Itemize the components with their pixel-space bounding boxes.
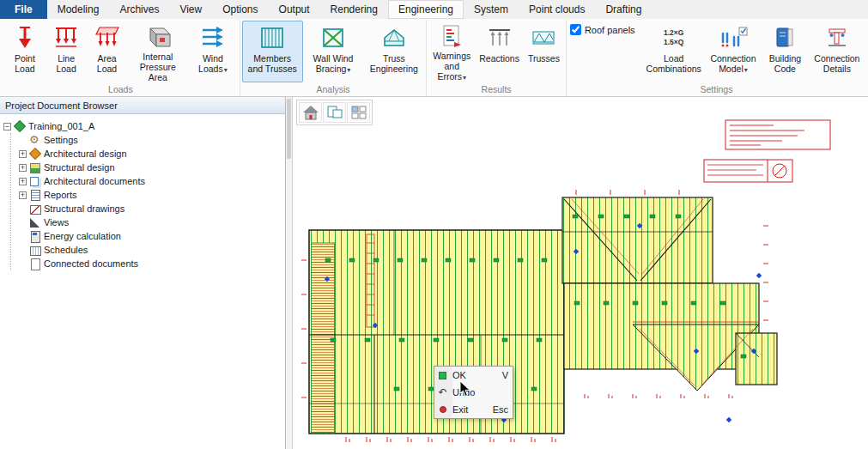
tab-drafting[interactable]: Drafting — [595, 0, 652, 19]
tree-item-reports[interactable]: + Reports — [19, 188, 285, 202]
tab-engineering[interactable]: Engineering — [388, 0, 464, 19]
tree-item-schedules[interactable]: Schedules — [19, 243, 285, 257]
warnings-and-errors-icon — [440, 24, 463, 49]
structural-design-icon — [29, 162, 41, 173]
trusses-button[interactable]: Trusses — [524, 21, 564, 82]
ribbon-group-analysis: Members and Trusses Wall Wind Bracing▾ T… — [240, 20, 427, 96]
project-icon — [14, 121, 26, 132]
connection-model-icon — [718, 24, 749, 52]
scrollbar-thumb[interactable] — [287, 99, 291, 159]
home-view-button[interactable] — [299, 102, 322, 123]
load-combinations-icon: 1.2×G 1.5×Q — [664, 24, 683, 52]
line-load-icon — [53, 24, 79, 52]
point-load-icon — [15, 24, 35, 52]
members-and-trusses-button[interactable]: Members and Trusses — [242, 21, 303, 82]
reactions-icon — [487, 24, 513, 52]
truss-engineering-button[interactable]: Truss Engineering — [363, 21, 424, 82]
ribbon-group-results: Warnings and Errors▾ Reactions Trusses R… — [427, 20, 567, 96]
views-icon — [29, 217, 41, 228]
label-annotation-box — [704, 160, 792, 182]
tab-modeling[interactable]: Modeling — [47, 0, 110, 19]
tree-item-connected-documents[interactable]: Connected documents — [19, 257, 285, 270]
sidebar-scrollbar[interactable] — [286, 97, 293, 449]
drawing-canvas[interactable]: OK V ↶ Undo Exit Esc — [293, 97, 868, 449]
tab-rendering[interactable]: Rendering — [320, 0, 388, 19]
context-menu-item-exit[interactable]: Exit Esc — [434, 401, 513, 418]
context-menu-item-ok[interactable]: OK V — [434, 367, 513, 384]
floor-plan-drawing[interactable] — [293, 97, 868, 449]
tree-item-views[interactable]: Views — [19, 215, 285, 229]
roof-panels-checkbox[interactable] — [570, 24, 581, 35]
energy-calculation-icon — [29, 231, 41, 242]
tree-item-structural-drawings[interactable]: Structural drawings — [19, 202, 285, 215]
schedules-icon — [29, 245, 41, 256]
tab-view[interactable]: View — [169, 0, 212, 19]
trusses-icon — [532, 24, 555, 52]
ok-icon — [437, 372, 448, 379]
menu-tab-bar: File Modeling Archives View Options Outp… — [0, 0, 868, 19]
documents-icon — [29, 176, 41, 187]
members-and-trusses-icon — [259, 24, 285, 52]
grid-icon — [350, 105, 367, 120]
document-icon — [29, 258, 41, 270]
line-load-button[interactable]: Line Load — [46, 21, 87, 82]
ribbon-group-loads: Point Load Line Load Area Load Internal … — [2, 20, 240, 96]
tree-item-root[interactable]: − Training_001_A — [3, 119, 285, 133]
roof-panels-checkbox-row[interactable]: Roof panels — [570, 24, 635, 35]
ribbon-group-label: Results — [428, 83, 564, 96]
wind-loads-icon — [200, 24, 226, 52]
connection-model-button[interactable]: Connection Model▾ — [706, 21, 761, 82]
architectural-design-icon — [29, 149, 41, 160]
tab-point-clouds[interactable]: Point clouds — [519, 0, 595, 19]
grid-view-button[interactable] — [347, 102, 370, 123]
point-load-button[interactable]: Point Load — [3, 21, 46, 82]
roof-panels-label: Roof panels — [585, 25, 635, 35]
context-menu: OK V ↶ Undo Exit Esc — [434, 366, 513, 419]
project-document-browser-panel: Project Document Browser − Training_001_… — [0, 97, 286, 449]
tab-options[interactable]: Options — [212, 0, 268, 19]
area-load-icon — [94, 24, 121, 52]
collapse-toggle[interactable]: − — [3, 123, 11, 130]
undo-icon: ↶ — [437, 387, 448, 397]
tab-system[interactable]: System — [464, 0, 519, 19]
tree-item-architectural-design[interactable]: + Architectural design — [19, 147, 285, 161]
project-tree: − Training_001_A Settings + Architectura… — [0, 114, 285, 449]
canvas-toolbar — [296, 100, 373, 125]
expand-toggle[interactable]: + — [19, 164, 27, 172]
tree-item-structural-design[interactable]: + Structural design — [19, 161, 285, 174]
connection-details-icon — [825, 24, 849, 52]
reactions-button[interactable]: Reactions — [475, 21, 524, 82]
tree-item-energy-calculation[interactable]: Energy calculation — [19, 229, 285, 243]
internal-pressure-area-icon — [143, 24, 173, 50]
connection-details-button[interactable]: Connection Details — [810, 21, 865, 82]
tab-archives[interactable]: Archives — [109, 0, 169, 19]
tree-item-architectural-documents[interactable]: + Architectural documents — [19, 174, 285, 188]
truss-engineering-icon — [382, 24, 406, 52]
wall-wind-bracing-button[interactable]: Wall Wind Bracing▾ — [303, 21, 364, 82]
tab-output[interactable]: Output — [269, 0, 320, 19]
house-icon — [302, 105, 319, 120]
ribbon-group-label: Analysis — [242, 83, 424, 96]
tab-file[interactable]: File — [0, 0, 47, 19]
area-load-button[interactable]: Area Load — [86, 21, 127, 82]
gear-icon — [29, 135, 41, 146]
title-annotation-box — [725, 120, 830, 149]
reports-icon — [29, 190, 41, 201]
load-combinations-button[interactable]: 1.2×G 1.5×Q Load Combinations — [642, 21, 706, 82]
chevron-down-icon: ▾ — [463, 74, 466, 82]
panel-title: Project Document Browser — [0, 97, 285, 114]
ribbon-group-label: Settings — [568, 83, 865, 96]
expand-toggle[interactable]: + — [19, 178, 27, 185]
chevron-down-icon: ▾ — [347, 66, 350, 74]
expand-toggle[interactable]: + — [19, 150, 27, 158]
context-menu-item-undo[interactable]: ↶ Undo — [434, 384, 513, 401]
wind-loads-button[interactable]: Wind Loads▾ — [188, 21, 238, 82]
tree-item-settings[interactable]: Settings — [19, 133, 285, 147]
expand-toggle[interactable]: + — [19, 191, 27, 199]
ribbon-group-label: Loads — [3, 83, 238, 96]
windows-icon — [326, 105, 343, 120]
warnings-and-errors-button[interactable]: Warnings and Errors▾ — [428, 21, 475, 82]
building-code-button[interactable]: Building Code — [761, 21, 810, 82]
internal-pressure-area-button[interactable]: Internal Pressure Area — [128, 21, 188, 82]
tile-windows-button[interactable] — [323, 102, 346, 123]
